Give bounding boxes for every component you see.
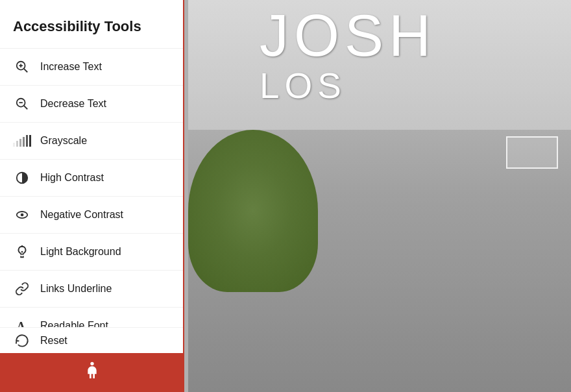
decrease-text-item[interactable]: Decrease Text: [0, 86, 183, 123]
negative-contrast-item[interactable]: Negative Contrast: [0, 197, 183, 234]
magnify-minus-icon: [13, 95, 31, 113]
hero-text: JOSH LOS: [260, 6, 436, 104]
hero-line2: LOS: [260, 68, 436, 104]
reset-label: Reset: [40, 335, 67, 347]
svg-line-1: [24, 69, 28, 73]
panel-header: Accessibility Tools: [0, 0, 183, 49]
accessibility-trigger-button[interactable]: [0, 353, 184, 392]
accessibility-panel: Accessibility Tools Increase Text: [0, 0, 184, 392]
grayscale-item[interactable]: Grayscale: [0, 123, 183, 160]
high-contrast-item[interactable]: High Contrast: [0, 160, 183, 197]
bulb-icon: [13, 243, 31, 261]
increase-text-label: Increase Text: [40, 61, 102, 73]
grayscale-label: Grayscale: [40, 135, 87, 147]
light-background-item[interactable]: Light Background: [0, 234, 183, 271]
link-icon: [13, 280, 31, 298]
panel-title: Accessibility Tools: [13, 18, 170, 35]
light-background-label: Light Background: [40, 246, 121, 258]
negative-contrast-label: Negative Contrast: [40, 209, 123, 221]
hero-line1: JOSH: [260, 6, 436, 65]
links-underline-label: Links Underline: [40, 283, 112, 295]
svg-point-13: [90, 361, 93, 365]
svg-line-5: [24, 106, 28, 110]
high-contrast-icon: [13, 169, 31, 187]
increase-text-item[interactable]: Increase Text: [0, 49, 183, 86]
svg-point-11: [21, 251, 23, 253]
magnify-plus-icon: [13, 58, 31, 76]
reset-item[interactable]: Reset: [0, 327, 184, 353]
reset-icon: [13, 332, 31, 350]
eye-icon: [13, 206, 31, 224]
accessibility-figure-icon: [82, 360, 103, 386]
high-contrast-label: High Contrast: [40, 172, 104, 184]
links-underline-item[interactable]: Links Underline: [0, 271, 183, 308]
decrease-text-label: Decrease Text: [40, 98, 106, 110]
accessibility-tools-list: Increase Text Decrease Text: [0, 49, 183, 345]
grayscale-icon: [13, 132, 31, 150]
top-right-button[interactable]: [506, 136, 558, 169]
